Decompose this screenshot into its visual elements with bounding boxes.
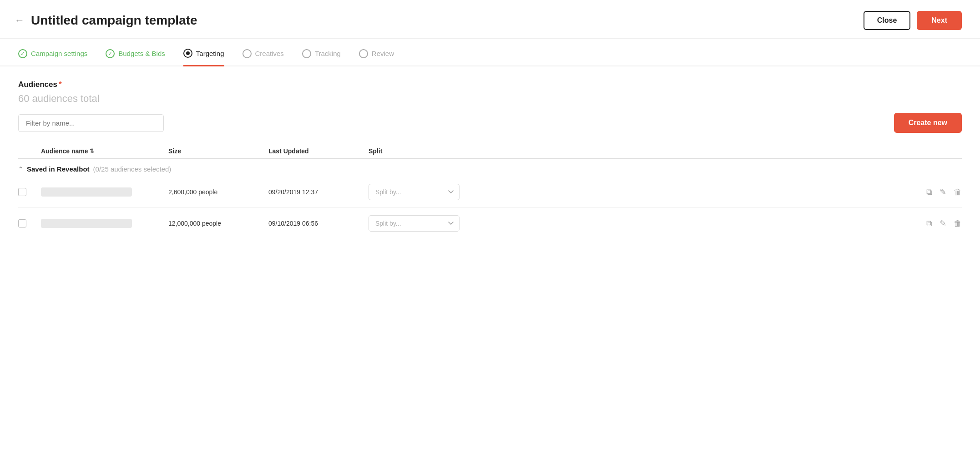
audience-group-revealbot: ⌃ Saved in Revealbot (0/25 audiences sel… — [18, 159, 962, 177]
close-button[interactable]: Close — [864, 11, 911, 30]
delete-icon[interactable]: 🗑 — [954, 187, 962, 197]
row-actions: ⧉ ✎ 🗑 — [496, 187, 962, 197]
step-tracking[interactable]: Tracking — [302, 49, 341, 66]
row-name-cell — [41, 219, 168, 228]
audience-name-blurred — [41, 219, 132, 228]
next-button[interactable]: Next — [917, 11, 962, 30]
step-label: Review — [372, 50, 394, 57]
table-row: 12,000,000 people 09/10/2019 06:56 Split… — [18, 208, 962, 239]
group-name: Saved in Revealbot — [27, 165, 90, 173]
edit-icon[interactable]: ✎ — [940, 218, 946, 228]
th-size: Size — [168, 147, 268, 155]
row-size: 2,600,000 people — [168, 188, 268, 196]
filter-input[interactable] — [18, 114, 164, 132]
table-row: 2,600,000 people 09/20/2019 12:37 Split … — [18, 177, 962, 208]
step-campaign-settings[interactable]: ✓ Campaign settings — [18, 49, 87, 66]
row-date: 09/10/2019 06:56 — [268, 220, 369, 227]
row-date: 09/20/2019 12:37 — [268, 188, 369, 196]
chevron-up-icon[interactable]: ⌃ — [18, 166, 23, 172]
duplicate-icon[interactable]: ⧉ — [926, 187, 932, 197]
row-split-cell: Split by... — [369, 215, 496, 232]
duplicate-icon[interactable]: ⧉ — [926, 219, 932, 228]
edit-icon[interactable]: ✎ — [940, 187, 946, 197]
group-count: (0/25 audiences selected) — [93, 165, 172, 173]
step-circle-icon — [183, 49, 192, 58]
step-circle-icon — [302, 49, 311, 58]
delete-icon[interactable]: 🗑 — [954, 219, 962, 228]
step-targeting[interactable]: Targeting — [183, 49, 224, 66]
step-check-icon: ✓ — [106, 49, 115, 58]
required-indicator: * — [59, 80, 62, 89]
step-label: Targeting — [196, 50, 224, 57]
row-checkbox[interactable] — [18, 188, 26, 196]
step-label: Campaign settings — [31, 50, 87, 57]
main-content: Audiences* 60 audiences total Create new… — [0, 66, 980, 253]
step-creatives[interactable]: Creatives — [242, 49, 284, 66]
row-checkbox-cell — [18, 188, 41, 196]
step-check-icon: ✓ — [18, 49, 27, 58]
step-label: Tracking — [315, 50, 341, 57]
audience-name-blurred — [41, 187, 132, 197]
page-title: Untitled campaign template — [31, 13, 197, 28]
split-select[interactable]: Split by... — [369, 184, 460, 200]
step-label: Budgets & Bids — [118, 50, 165, 57]
create-new-button[interactable]: Create new — [894, 113, 962, 133]
th-split: Split — [369, 147, 496, 155]
row-checkbox-cell — [18, 219, 41, 227]
row-name-cell — [41, 187, 168, 197]
row-checkbox[interactable] — [18, 219, 26, 227]
header-right: Close Next — [864, 11, 962, 30]
step-review[interactable]: Review — [359, 49, 394, 66]
split-select[interactable]: Split by... — [369, 215, 460, 232]
step-circle-icon — [359, 49, 368, 58]
sort-icon[interactable]: ⇅ — [90, 148, 94, 154]
steps-nav: ✓ Campaign settings ✓ Budgets & Bids Tar… — [0, 39, 980, 66]
th-audience-name: Audience name ⇅ — [41, 147, 168, 155]
step-circle-inner — [186, 51, 190, 55]
page-header: ← Untitled campaign template Close Next — [0, 0, 980, 39]
step-budgets-bids[interactable]: ✓ Budgets & Bids — [106, 49, 165, 66]
header-left: ← Untitled campaign template — [15, 13, 197, 28]
step-circle-icon — [242, 49, 252, 58]
th-last-updated: Last Updated — [268, 147, 369, 155]
table-header: Audience name ⇅ Size Last Updated Split — [18, 144, 962, 159]
audiences-total: 60 audiences total — [18, 93, 962, 105]
back-button[interactable]: ← — [15, 15, 25, 26]
row-size: 12,000,000 people — [168, 220, 268, 227]
audiences-section-label: Audiences* — [18, 80, 962, 89]
row-actions: ⧉ ✎ 🗑 — [496, 218, 962, 228]
row-split-cell: Split by... — [369, 184, 496, 200]
filter-row: Create new — [18, 113, 962, 133]
step-label: Creatives — [255, 50, 284, 57]
